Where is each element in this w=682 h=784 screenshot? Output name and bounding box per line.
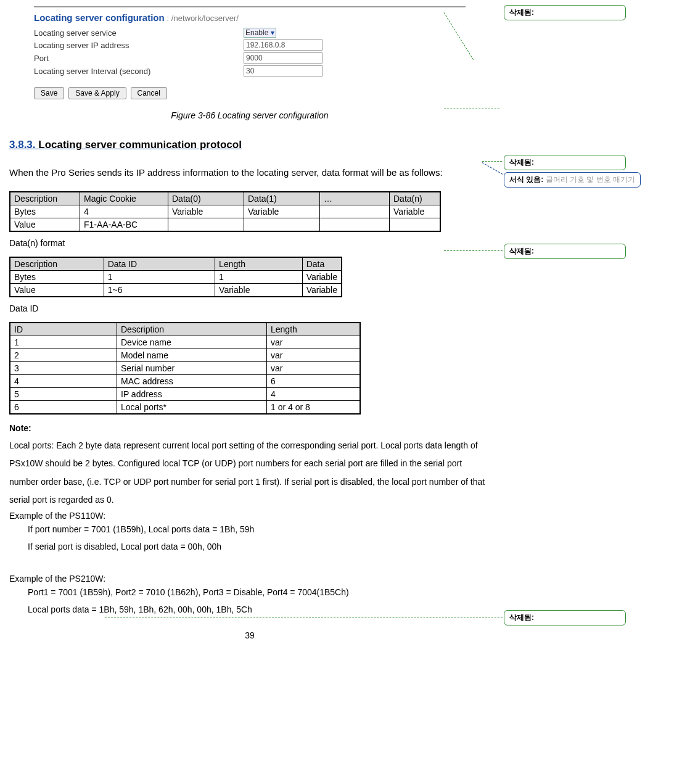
- example1-line1: If port number = 7001 (1B59h), Local por…: [28, 521, 490, 538]
- table-row: 2Model namevar: [10, 349, 360, 362]
- note-text: Local ports: Each 2 byte data represent …: [9, 437, 490, 510]
- input-port[interactable]: [244, 52, 323, 64]
- table-row: 5IP address4: [10, 388, 360, 401]
- config-row-ip: Locating server IP address: [34, 39, 466, 51]
- table-row: 6Local ports*1 or 4 or 8: [10, 401, 360, 415]
- th: Length: [267, 323, 361, 336]
- main-content: Locating server configuration : /network…: [0, 0, 499, 646]
- example2-line2: Local ports data = 1Bh, 59h, 1Bh, 62h, 0…: [28, 601, 490, 618]
- label-port: Port: [34, 54, 244, 63]
- connector-line: [444, 250, 503, 251]
- packet-format-table: Description Magic Cookie Data(0) Data(1)…: [9, 191, 441, 232]
- td: Value: [10, 284, 104, 297]
- connector-line: [482, 161, 502, 162]
- table-row: Bytes 4 Variable Variable Variable: [10, 205, 440, 218]
- note-heading: Note:: [9, 423, 490, 433]
- th-desc: Description: [10, 192, 80, 205]
- td: Serial number: [117, 362, 267, 375]
- td: 1: [104, 271, 215, 284]
- figure-caption: Figure 3-86 Locating server configuratio…: [9, 110, 490, 120]
- select-value: Enable: [245, 28, 268, 37]
- dataid-table: ID Description Length 1Device namevar 2M…: [9, 322, 361, 415]
- config-row-port: Port: [34, 52, 466, 64]
- td: Bytes: [10, 205, 80, 218]
- td: var: [267, 336, 361, 349]
- td: Local ports*: [117, 401, 267, 415]
- th-dn: Data(n): [390, 192, 441, 205]
- label-service: Locating server service: [34, 28, 244, 38]
- td: 3: [10, 362, 117, 375]
- td: Variable: [390, 205, 441, 218]
- td: var: [267, 349, 361, 362]
- th: Data ID: [104, 257, 215, 271]
- td: 1~6: [104, 284, 215, 297]
- table-row: 1Device namevar: [10, 336, 360, 349]
- section-title: Locating server communication protocol: [38, 139, 242, 151]
- table-row: Value 1~6 Variable Variable: [10, 284, 342, 297]
- balloon-label: 삭제됨:: [509, 613, 534, 622]
- connector-line: [444, 109, 499, 109]
- td: [320, 205, 390, 218]
- config-title: Locating server configuration: [34, 12, 165, 23]
- balloon-label: 삭제됨:: [509, 8, 534, 17]
- config-panel: Locating server configuration : /network…: [34, 6, 466, 83]
- select-service[interactable]: Enable ▾: [244, 28, 276, 38]
- example1-heading: Example of the PS110W:: [9, 511, 490, 521]
- balloon-label: 삭제됨:: [509, 247, 534, 255]
- td: Device name: [117, 336, 267, 349]
- section-number: 3.8.3.: [9, 139, 38, 151]
- section-heading: 3.8.3. Locating server communication pro…: [9, 139, 490, 151]
- th: ID: [10, 323, 117, 336]
- comment-balloon-deleted-1[interactable]: 삭제됨:: [504, 5, 626, 20]
- th: Data: [302, 257, 342, 271]
- balloon-label: 서식 있음:: [509, 175, 543, 184]
- example2-line1: Port1 = 7001 (1B59h), Port2 = 7010 (1B62…: [28, 584, 490, 601]
- td: Variable: [168, 205, 244, 218]
- comment-balloon-deleted-4[interactable]: 삭제됨:: [504, 610, 626, 625]
- config-path: : /network/locserver/: [167, 14, 239, 23]
- td: 6: [10, 401, 117, 415]
- td: 1 or 4 or 8: [267, 401, 361, 415]
- datan-format-table: Description Data ID Length Data Bytes 1 …: [9, 257, 342, 297]
- td: [320, 218, 390, 232]
- config-row-interval: Locating server Interval (second): [34, 65, 466, 76]
- td: F1-AA-AA-BC: [80, 218, 168, 232]
- td: Variable: [244, 205, 320, 218]
- table-row: Description Magic Cookie Data(0) Data(1)…: [10, 192, 440, 205]
- td: [390, 218, 441, 232]
- td: [244, 218, 320, 232]
- chevron-down-icon: ▾: [271, 28, 274, 37]
- th-d1: Data(1): [244, 192, 320, 205]
- td: 5: [10, 388, 117, 401]
- td: 1: [215, 271, 303, 284]
- td: Variable: [302, 284, 342, 297]
- label-ip: Locating server IP address: [34, 41, 244, 50]
- input-ip[interactable]: [244, 39, 323, 51]
- td: Value: [10, 218, 80, 232]
- example1-line2: If serial port is disabled, Local port d…: [28, 538, 490, 555]
- label-interval: Locating server Interval (second): [34, 67, 244, 76]
- intro-paragraph: When the Pro Series sends its IP address…: [9, 162, 490, 183]
- td: Bytes: [10, 271, 104, 284]
- table-row: 4MAC address6: [10, 375, 360, 388]
- comment-balloon-deleted-3[interactable]: 삭제됨:: [504, 244, 626, 259]
- save-button[interactable]: Save: [34, 87, 64, 99]
- connector-line: [105, 617, 503, 617]
- buttons-row: Save Save & Apply Cancel: [34, 87, 490, 99]
- td: 1: [10, 336, 117, 349]
- td: var: [267, 362, 361, 375]
- table-row: 3Serial numbervar: [10, 362, 360, 375]
- comment-balloon-format[interactable]: 서식 있음: 글머리 기호 및 번호 매기기: [504, 172, 641, 188]
- cancel-button[interactable]: Cancel: [131, 87, 167, 99]
- td: Variable: [302, 271, 342, 284]
- comment-balloon-deleted-2[interactable]: 삭제됨:: [504, 155, 626, 170]
- table-row: Description Data ID Length Data: [10, 257, 342, 271]
- th-magic: Magic Cookie: [80, 192, 168, 205]
- datan-label: Data(n) format: [9, 238, 490, 248]
- input-interval[interactable]: [244, 65, 323, 76]
- td: 4: [267, 388, 361, 401]
- td: IP address: [117, 388, 267, 401]
- td: MAC address: [117, 375, 267, 388]
- th: Description: [117, 323, 267, 336]
- save-apply-button[interactable]: Save & Apply: [68, 87, 126, 99]
